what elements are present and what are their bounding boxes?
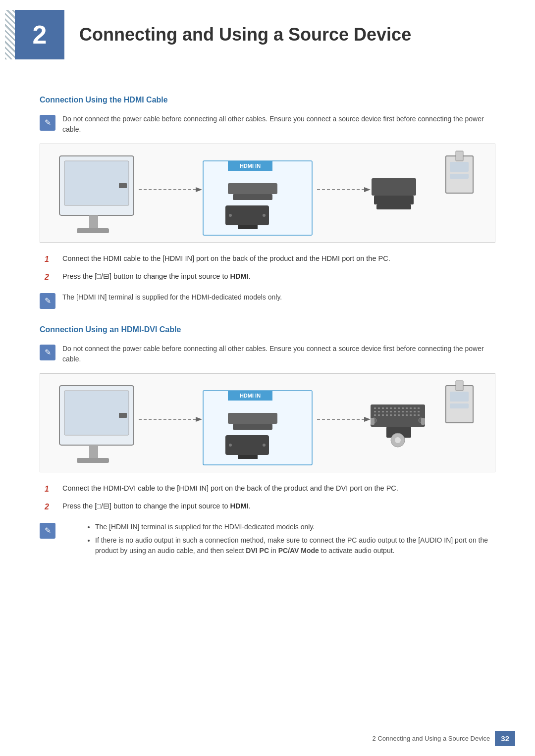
svg-rect-73 xyxy=(394,414,396,416)
step-text-dvi-2: Press the [□/⊟] button to change the inp… xyxy=(62,501,251,512)
svg-text:HDMI IN: HDMI IN xyxy=(240,163,261,169)
svg-rect-84 xyxy=(421,418,425,425)
step-item-dvi-1: 1 Connect the HDMI-DVI cable to the [HDM… xyxy=(45,483,495,495)
svg-rect-74 xyxy=(398,414,400,416)
svg-rect-68 xyxy=(374,414,376,416)
dvi-bullets: The [HDMI IN] terminal is supplied for t… xyxy=(85,522,495,559)
svg-rect-49 xyxy=(394,407,396,409)
footer-page-number: 32 xyxy=(495,731,515,747)
dvi-diagram-svg: HDMI IN xyxy=(45,376,490,470)
footer-chapter-text: 2 Connecting and Using a Source Device xyxy=(373,734,490,744)
svg-rect-47 xyxy=(386,407,388,409)
svg-rect-18 xyxy=(372,178,416,196)
main-content: Connection Using the HDMI Cable Do not c… xyxy=(0,69,535,602)
svg-rect-72 xyxy=(390,414,392,416)
svg-rect-50 xyxy=(398,407,400,409)
svg-rect-64 xyxy=(406,411,408,412)
svg-rect-4 xyxy=(119,183,127,188)
svg-rect-57 xyxy=(378,411,380,412)
step-number-dvi-2: 2 xyxy=(45,501,58,513)
step-item-hdmi-1: 1 Connect the HDMI cable to the [HDMI IN… xyxy=(45,253,495,265)
svg-rect-44 xyxy=(374,407,376,409)
svg-rect-69 xyxy=(378,414,380,416)
diagram-hdmi: HDMI IN xyxy=(40,144,495,243)
svg-rect-3 xyxy=(77,228,109,233)
note-icon-4 xyxy=(40,523,55,539)
svg-rect-24 xyxy=(450,174,469,179)
step-number-dvi-1: 1 xyxy=(45,483,58,495)
svg-rect-1 xyxy=(64,161,129,205)
note-icon-1 xyxy=(40,115,55,131)
chapter-number: 2 xyxy=(15,10,64,59)
bullet-item-2: If there is no audio output in such a co… xyxy=(95,535,495,556)
svg-rect-10 xyxy=(228,183,277,194)
svg-rect-63 xyxy=(402,411,404,412)
svg-rect-61 xyxy=(394,411,396,412)
step-text-dvi-1: Connect the HDMI-DVI cable to the [HDMI … xyxy=(62,483,398,494)
svg-rect-52 xyxy=(406,407,408,409)
svg-rect-29 xyxy=(119,413,127,418)
button-icon: □/⊟ xyxy=(97,272,109,280)
step-number-2: 2 xyxy=(45,271,58,283)
svg-marker-6 xyxy=(196,187,202,192)
svg-rect-46 xyxy=(382,407,384,409)
svg-rect-62 xyxy=(398,411,400,412)
svg-rect-45 xyxy=(378,407,380,409)
note-box-dvi-1: Do not connect the power cable before co… xyxy=(40,344,495,364)
svg-text:HDMI IN: HDMI IN xyxy=(240,393,261,399)
page-title: Connecting and Using a Source Device xyxy=(79,21,411,48)
svg-point-14 xyxy=(229,214,232,217)
svg-rect-54 xyxy=(414,407,416,409)
step-text-hdmi-2: Press the [□/⊟] button to change the inp… xyxy=(62,271,251,282)
svg-rect-56 xyxy=(374,411,376,412)
svg-rect-58 xyxy=(382,411,384,412)
svg-rect-76 xyxy=(406,414,408,416)
svg-rect-13 xyxy=(238,225,258,229)
note-text-dvi-1: Do not connect the power cable before co… xyxy=(62,344,495,364)
svg-point-39 xyxy=(229,444,232,447)
svg-rect-78 xyxy=(414,414,416,416)
svg-point-86 xyxy=(395,437,401,443)
svg-rect-67 xyxy=(418,411,420,412)
highlight-hdmi-dvi: HDMI xyxy=(230,502,249,510)
svg-rect-22 xyxy=(456,151,463,161)
highlight-dvipc: DVI PC xyxy=(246,547,269,554)
highlight-pcav: PC/AV Mode xyxy=(278,547,319,554)
svg-rect-36 xyxy=(233,424,272,430)
note-box-hdmi-2: The [HDMI IN] terminal is supplied for t… xyxy=(40,292,495,309)
bullet-item-1: The [HDMI IN] terminal is supplied for t… xyxy=(95,522,495,532)
svg-marker-31 xyxy=(196,417,202,422)
svg-point-40 xyxy=(263,444,266,447)
button-icon-dvi: □/⊟ xyxy=(97,502,109,510)
svg-rect-60 xyxy=(390,411,392,412)
page-footer: 2 Connecting and Using a Source Device 3… xyxy=(373,731,515,747)
svg-rect-12 xyxy=(225,205,269,225)
svg-rect-20 xyxy=(376,204,411,209)
step-text-hdmi-1: Connect the HDMI cable to the [HDMI IN] … xyxy=(62,253,390,264)
svg-rect-59 xyxy=(386,411,388,412)
page-header: 2 Connecting and Using a Source Device xyxy=(0,0,535,64)
svg-rect-70 xyxy=(382,414,384,416)
svg-rect-26 xyxy=(64,391,129,435)
svg-rect-35 xyxy=(228,413,277,424)
svg-rect-77 xyxy=(410,414,412,416)
svg-rect-90 xyxy=(450,403,469,408)
highlight-hdmi: HDMI xyxy=(230,272,249,280)
svg-rect-65 xyxy=(410,411,412,412)
note-icon-3 xyxy=(40,345,55,360)
steps-list-dvi: 1 Connect the HDMI-DVI cable to the [HDM… xyxy=(45,483,495,513)
section-heading-hdmi: Connection Using the HDMI Cable xyxy=(40,94,495,106)
svg-rect-51 xyxy=(402,407,404,409)
svg-rect-48 xyxy=(390,407,392,409)
note-text-hdmi-2: The [HDMI IN] terminal is supplied for t… xyxy=(62,292,282,302)
svg-marker-17 xyxy=(364,187,371,192)
svg-rect-88 xyxy=(456,381,463,391)
svg-rect-75 xyxy=(402,414,404,416)
svg-rect-23 xyxy=(450,162,469,172)
svg-rect-11 xyxy=(233,194,272,200)
section-heading-dvi: Connection Using an HDMI-DVI Cable xyxy=(40,324,495,336)
svg-rect-55 xyxy=(418,407,420,409)
svg-rect-28 xyxy=(77,458,109,463)
svg-point-15 xyxy=(263,214,266,217)
svg-rect-89 xyxy=(450,392,469,402)
